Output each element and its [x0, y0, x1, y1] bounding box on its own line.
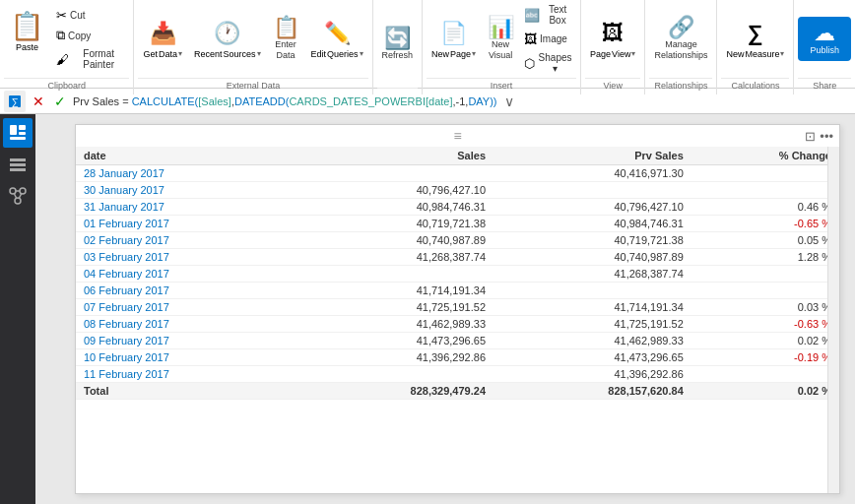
new-page-arrow: ▾	[472, 49, 476, 58]
edit-queries-label: Edit	[311, 49, 327, 59]
table-scrollbar[interactable]	[827, 147, 839, 493]
cell-date: 09 February 2017	[76, 333, 296, 349]
formula-cancel-button[interactable]: ✕	[30, 94, 47, 109]
insert-group-label: Insert	[427, 78, 576, 93]
recent-sources-dropdown[interactable]: Recent Sources ▾	[189, 48, 266, 60]
panel-body: date Sales Prv Sales % Change 28 January…	[76, 147, 839, 493]
table-body: 28 January 201740,416,971.3030 January 2…	[76, 165, 839, 383]
image-button[interactable]: 🖼 Image	[520, 30, 576, 48]
cell-date: 08 February 2017	[76, 316, 296, 333]
table-visual: ≡ ⊡ ••• date Sales Prv Sales % Chang	[75, 124, 840, 494]
share-group-label: Share	[798, 78, 851, 93]
cell-prv-sales: 40,416,971.30	[493, 165, 691, 182]
svg-rect-3	[19, 125, 26, 130]
panel-drag-handle: ≡	[453, 128, 461, 144]
table-row: 10 February 201741,396,292.8641,473,296.…	[76, 349, 839, 366]
enter-data-button[interactable]: 📋 EnterData	[268, 14, 304, 64]
page-view-dropdown[interactable]: Page View ▾	[585, 48, 640, 60]
cut-button[interactable]: ✂ Cut	[52, 6, 129, 25]
panel-expand-icon[interactable]: ⊡	[805, 129, 816, 144]
new-page-button[interactable]: 📄	[435, 19, 472, 48]
table-footer: Total 828,329,479.24 828,157,620.84 0.02…	[76, 383, 839, 400]
new-page-dropdown[interactable]: New Page ▾	[427, 48, 481, 60]
cell-pct-change: 0.03 %	[691, 299, 839, 316]
get-data-button[interactable]: 📥	[145, 19, 181, 48]
recent-sources-button[interactable]: 🕐	[209, 19, 245, 48]
table-row: 11 February 201741,396,292.86	[76, 366, 839, 383]
shapes-label: Shapes ▾	[538, 52, 572, 74]
text-box-button[interactable]: 🔤 Text Box	[520, 2, 576, 28]
panel-header-icons: ⊡ •••	[805, 129, 833, 144]
total-sales: 828,329,479.24	[296, 383, 493, 400]
cell-pct-change	[691, 165, 839, 182]
cell-sales: 41,473,296.65	[296, 333, 493, 349]
cut-icon: ✂	[56, 8, 67, 23]
edit-queries-button[interactable]: ✏️	[319, 19, 356, 48]
cell-date: 04 February 2017	[76, 266, 296, 283]
sidebar-model-button[interactable]	[3, 181, 33, 211]
publish-button[interactable]: ☁ Publish	[798, 17, 851, 62]
copy-button[interactable]: ⧉ Copy	[52, 26, 129, 45]
paste-icon: 📋	[10, 10, 44, 42]
cell-sales: 40,984,746.31	[296, 199, 493, 216]
table-row: 09 February 201741,473,296.6541,462,989.…	[76, 333, 839, 349]
sidebar-data-button[interactable]	[3, 150, 33, 179]
get-data-dropdown[interactable]: Get Data ▾	[138, 48, 187, 60]
table-header-row: date Sales Prv Sales % Change	[76, 147, 839, 165]
panel-more-icon[interactable]: •••	[820, 129, 833, 144]
format-painter-label: Format Painter	[72, 48, 125, 70]
enter-data-icon: 📋	[273, 17, 299, 38]
table-row: 08 February 201741,462,989.3341,725,191.…	[76, 316, 839, 333]
cell-date: 28 January 2017	[76, 165, 296, 182]
ribbon-group-refresh: 🔄 Refresh	[373, 0, 424, 94]
edit-queries-arrow: ▾	[360, 49, 363, 58]
panel-header: ≡ ⊡ •••	[76, 125, 839, 147]
cell-sales: 41,462,989.33	[296, 316, 493, 333]
table-row: 28 January 201740,416,971.30	[76, 165, 839, 182]
calculations-group-label: Calculations	[721, 78, 789, 93]
svg-line-14	[19, 193, 22, 199]
page-view-button[interactable]: 🖼	[597, 19, 628, 48]
new-measure-button[interactable]: ∑	[743, 19, 768, 48]
svg-point-11	[15, 198, 21, 204]
page-view-label: Page	[590, 49, 611, 59]
formula-confirm-button[interactable]: ✓	[51, 94, 69, 109]
recent-sources-arrow: ▾	[257, 49, 261, 58]
svg-rect-5	[10, 137, 26, 140]
formula-field-name: Prv Sales	[73, 95, 119, 107]
manage-relationships-button[interactable]: 🔗 ManageRelationships	[649, 14, 712, 64]
formula-expand-button[interactable]: ∨	[501, 94, 517, 109]
cell-prv-sales: 40,984,746.31	[493, 216, 691, 232]
image-label: Image	[540, 33, 567, 44]
main-area: ≡ ⊡ ••• date Sales Prv Sales % Chang	[0, 114, 855, 504]
edit-queries-dropdown[interactable]: Edit Queries ▾	[306, 48, 368, 60]
table-scroll[interactable]: date Sales Prv Sales % Change 28 January…	[76, 147, 839, 493]
get-data-arrow: ▾	[178, 49, 182, 58]
paste-button[interactable]: 📋 Paste	[4, 6, 50, 72]
get-data-icon: 📥	[150, 21, 176, 46]
format-painter-button[interactable]: 🖌 Format Painter	[52, 46, 129, 72]
ribbon-group-share: ☁ Publish Share	[794, 0, 855, 94]
report-canvas[interactable]: ≡ ⊡ ••• date Sales Prv Sales % Chang	[35, 114, 855, 504]
cell-sales: 41,725,191.52	[296, 299, 493, 316]
new-page-icon: 📄	[440, 21, 467, 46]
cell-sales: 41,714,191.34	[296, 283, 493, 299]
cell-date: 03 February 2017	[76, 249, 296, 266]
shapes-button[interactable]: ⬡ Shapes ▾	[520, 50, 576, 76]
svg-rect-2	[10, 125, 17, 135]
cell-pct-change	[691, 366, 839, 383]
cell-sales: 41,268,387.74	[296, 249, 493, 266]
ribbon-toolbar: 📋 Paste ✂ Cut ⧉ Copy 🖌	[0, 0, 855, 94]
cell-pct-change	[691, 182, 839, 199]
paste-label: Paste	[16, 42, 38, 52]
new-measure-dropdown[interactable]: New Measure ▾	[721, 48, 789, 60]
refresh-button[interactable]: 🔄 Refresh	[377, 25, 419, 64]
new-visual-button[interactable]: 📊 NewVisual	[483, 14, 518, 64]
table-row: 02 February 201740,740,987.8940,719,721.…	[76, 232, 839, 249]
ribbon-group-external-data: 📥 Get Data ▾ 🕐 Recent Sources	[134, 0, 372, 94]
cell-pct-change: 0.02 %	[691, 333, 839, 349]
ribbon-group-view: 🖼 Page View ▾ View	[581, 0, 645, 94]
sidebar-report-button[interactable]	[3, 118, 33, 148]
new-measure-label: New	[726, 49, 744, 59]
publish-icon: ☁	[814, 23, 835, 44]
